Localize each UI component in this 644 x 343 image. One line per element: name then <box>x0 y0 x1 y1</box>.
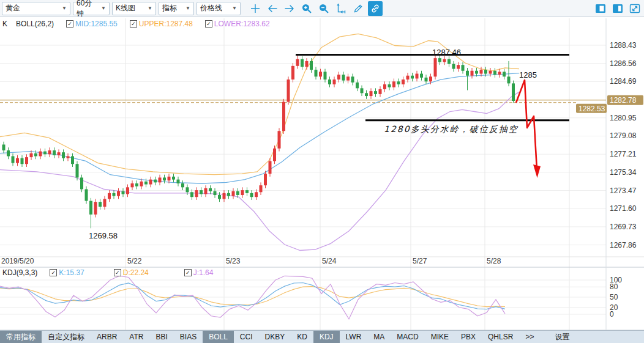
d-checkbox[interactable]: ✓ <box>114 269 121 276</box>
tab-KDJ[interactable]: KDJ <box>313 331 340 343</box>
lower-checkbox[interactable]: ✓ <box>205 20 212 28</box>
kdj-tick-label: 80 <box>610 282 618 291</box>
price-tick-label: 1273.47 <box>610 186 637 195</box>
trading-app-window: 1288.431286.561284.691282.781280.951279.… <box>0 0 644 343</box>
zoom-in-icon[interactable] <box>299 1 314 16</box>
price-tick-label: 1286.56 <box>610 59 637 68</box>
tab-BBI[interactable]: BBI <box>149 331 173 343</box>
tab-ARBR[interactable]: ARBR <box>91 331 123 343</box>
mid-checkbox[interactable]: ✓ <box>66 20 73 28</box>
fullscreen-expand-icon[interactable] <box>627 1 642 16</box>
chevron-down-icon: ▼ <box>148 6 152 11</box>
price-tick-label: 1288.43 <box>610 41 637 50</box>
chevron-down-icon: ▼ <box>232 6 237 11</box>
tab-CCI[interactable]: CCI <box>234 331 259 343</box>
tab-LWR[interactable]: LWR <box>340 331 368 343</box>
single-panel-icon[interactable] <box>593 1 608 16</box>
price-tick-label: 1275.34 <box>610 168 637 177</box>
date-tick-label: 5/28 <box>487 257 501 265</box>
tab-自定义指标[interactable]: 自定义指标 <box>42 331 91 343</box>
kdj-title: KDJ(9,3,3) <box>2 268 37 277</box>
chevron-down-icon: ▼ <box>185 6 190 11</box>
period-dropdown[interactable]: 60分钟 ▼ <box>73 2 110 15</box>
tab-PBX[interactable]: PBX <box>455 331 482 343</box>
price-tick-label: 1271.60 <box>610 204 637 213</box>
annotations-layer: 1287.4612851269.581280多头分水岭，破位反抽空 <box>89 48 537 240</box>
indicator-tab-bar: 常用指标自定义指标ARBRATRBBIBIASBOLLCCIDKBYKDKDJL… <box>0 330 644 343</box>
period-dropdown-value: 60分钟 <box>77 0 97 19</box>
current-price-label: 1282.78 <box>610 96 637 105</box>
tab-QHLSR[interactable]: QHLSR <box>482 331 519 343</box>
boll-lower-value: LOWER:1283.62 <box>214 20 270 28</box>
chart-type-dropdown[interactable]: K线图 ▼ <box>112 2 156 15</box>
tab-DKBY[interactable]: DKBY <box>259 331 291 343</box>
chart-annotation: 1285 <box>519 70 537 79</box>
chart-annotation: 1280多头分水岭，破位反抽空 <box>384 124 519 134</box>
boll-indicator-header: K BOLL(26,2) ✓ MID:1285.55 ✓ UPPER:1287.… <box>2 19 270 29</box>
toolbar-icon-group <box>248 1 383 16</box>
kdj-d-value: D:22.24 <box>123 268 149 277</box>
k-checkbox[interactable]: ✓ <box>50 269 57 276</box>
tab->>[interactable]: >> <box>519 331 540 343</box>
price-tick-label: 1267.86 <box>610 241 637 249</box>
grid-layer <box>0 18 644 330</box>
boll-title: BOLL(26,2) <box>16 20 54 28</box>
kdj-j-value: J:1.64 <box>193 268 214 277</box>
chart-annotation: 1287.46 <box>432 48 461 57</box>
boll-mid-value: MID:1285.55 <box>75 20 118 28</box>
tab-BIAS[interactable]: BIAS <box>174 331 203 343</box>
tab-BOLL[interactable]: BOLL <box>203 331 234 343</box>
chart-type-dropdown-value: K线图 <box>116 3 135 13</box>
price-tick-label: 1269.73 <box>610 223 637 231</box>
price-tick-label: 1284.69 <box>610 77 637 86</box>
price-line-layer <box>0 100 606 103</box>
price-tick-label: 1277.21 <box>610 150 637 158</box>
boll-bands-layer <box>0 34 519 250</box>
tab-常用指标[interactable]: 常用指标 <box>0 331 42 343</box>
chevron-down-icon: ▼ <box>62 6 67 11</box>
kdj-k-value: K:15.37 <box>59 268 84 277</box>
trend-lines-layer <box>296 54 569 120</box>
date-tick-label: 5/24 <box>322 257 337 265</box>
kdj-indicator-header: KDJ(9,3,3) ✓ K:15.37 ✓ D:22.24 ✓ J:1.64 <box>2 268 213 278</box>
drawn-arrow-layer <box>516 80 541 178</box>
price-tick-label: 1280.95 <box>610 114 637 122</box>
tab-MIKE[interactable]: MIKE <box>425 331 455 343</box>
crosshair-icon[interactable] <box>248 1 263 16</box>
price-line-dropdown[interactable]: 价格线 ▼ <box>197 2 241 15</box>
date-tick-label: 2019/5/20 <box>1 257 34 265</box>
date-tick-label: 5/22 <box>127 257 142 265</box>
window-icon-group <box>593 1 642 16</box>
kdj-tick-label: 0 <box>610 310 614 319</box>
axis-scale-icon[interactable] <box>334 1 348 16</box>
top-toolbar: 黄金 ▼ 60分钟 ▼ K线图 ▼ 指标 ▼ 价格线 ▼ <box>0 0 644 17</box>
tab-设置[interactable]: 设置 <box>549 331 575 343</box>
chart-canvas[interactable]: 1288.431286.561284.691282.781280.951279.… <box>0 0 644 343</box>
price-tick-label: 1279.08 <box>610 131 637 140</box>
split-panel-icon[interactable] <box>610 1 625 16</box>
j-checkbox[interactable]: ✓ <box>184 269 192 276</box>
dashed-price-label: 1282.53 <box>578 105 605 113</box>
draw-pencil-icon[interactable] <box>351 1 365 16</box>
date-tick-label: 5/27 <box>413 257 427 265</box>
pan-left-icon[interactable] <box>265 1 280 16</box>
pane-label: K <box>2 20 7 28</box>
price-line-dropdown-value: 价格线 <box>200 3 222 13</box>
tab-MACD[interactable]: MACD <box>391 331 424 343</box>
upper-checkbox[interactable]: ✓ <box>130 20 137 28</box>
chart-annotation: 1269.58 <box>89 231 118 240</box>
symbol-dropdown-value: 黄金 <box>6 3 20 13</box>
zoom-out-icon[interactable] <box>316 1 331 16</box>
kdj-lines-layer <box>0 276 505 319</box>
tab-ATR[interactable]: ATR <box>123 331 149 343</box>
tab-KD[interactable]: KD <box>291 331 313 343</box>
indicator-dropdown[interactable]: 指标 ▼ <box>159 2 194 15</box>
pan-right-icon[interactable] <box>282 1 297 16</box>
link-tool-icon[interactable] <box>368 1 383 16</box>
date-tick-label: 5/23 <box>226 257 241 265</box>
tab-MA[interactable]: MA <box>367 331 391 343</box>
chevron-down-icon: ▼ <box>101 6 106 11</box>
kdj-tick-label: 50 <box>610 293 618 301</box>
symbol-dropdown[interactable]: 黄金 ▼ <box>2 2 70 15</box>
indicator-dropdown-value: 指标 <box>162 3 177 13</box>
